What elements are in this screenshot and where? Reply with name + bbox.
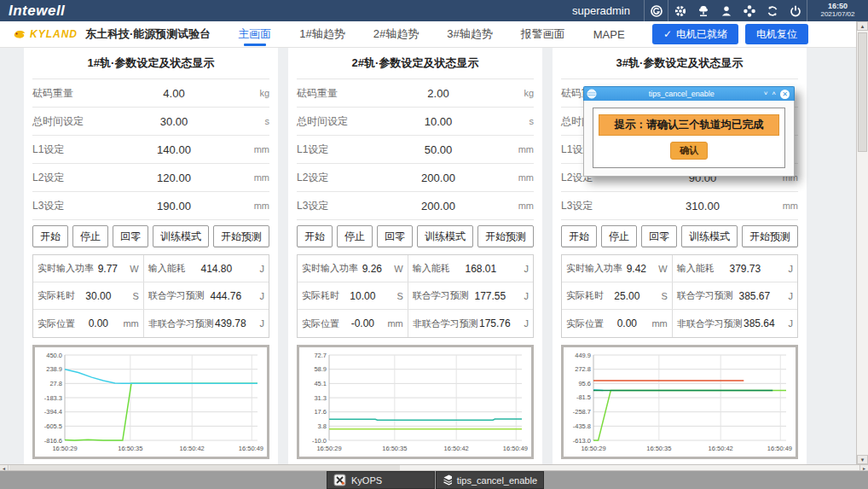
user-icon[interactable] <box>715 0 738 21</box>
gear-icon[interactable] <box>668 0 692 21</box>
g-circle-icon[interactable] <box>645 0 668 21</box>
minimize-icon[interactable]: ˅ <box>764 90 768 97</box>
total-time-label: 总时间设定 <box>297 114 372 129</box>
total-time-value-field[interactable]: 10.00 <box>372 115 505 128</box>
kyops-icon <box>333 474 346 486</box>
dialog-titlebar[interactable]: tips_cancel_enable ˅ ˄ ✕ <box>583 86 795 101</box>
tab-mape[interactable]: MAPE <box>593 21 625 48</box>
l2-value-field[interactable]: 200.00 <box>372 172 505 184</box>
dialog-title: tips_cancel_enable <box>599 90 764 98</box>
tab-axis2-trend[interactable]: 2#轴趋势 <box>373 21 419 48</box>
svg-text:17.6: 17.6 <box>314 408 327 416</box>
rail3-panel-title: 3#轨·参数设定及状态显示 <box>553 48 807 79</box>
os-taskbar: KyOPS tips_cancel_enable <box>0 471 868 489</box>
intewell-logo: Intewell <box>9 3 65 20</box>
username-label: superadmin <box>572 4 630 17</box>
svg-text:-183.3: -183.3 <box>44 394 62 402</box>
kyland-bird-icon <box>12 28 27 41</box>
svg-text:16:50:35: 16:50:35 <box>382 445 407 452</box>
motor-ready-button[interactable]: ✓ 电机已就绪 <box>652 24 738 44</box>
federated-prediction-cell: 联合学习预测 385.67 J <box>673 282 797 309</box>
svg-text:16:50:42: 16:50:42 <box>180 445 205 452</box>
scroll-up-icon[interactable]: ▴ <box>857 21 868 31</box>
train-mode-button[interactable]: 训练模式 <box>153 225 209 247</box>
param-row: 总时间设定 10.00 s <box>297 108 534 136</box>
l3-value-field[interactable]: 200.00 <box>372 200 505 212</box>
weight-unit: kg <box>240 88 269 98</box>
svg-text:-81.5: -81.5 <box>576 393 591 401</box>
stop-button[interactable]: 停止 <box>601 225 637 247</box>
clock: 16:50 2021/07/02 <box>807 0 868 21</box>
l1-value-field[interactable]: 140.00 <box>107 143 240 156</box>
stop-button[interactable]: 停止 <box>337 225 373 247</box>
total-time-value-field[interactable]: 30.00 <box>107 115 240 128</box>
motor-reset-button[interactable]: 电机复位 <box>745 24 808 44</box>
layers-icon <box>443 474 452 486</box>
network-icon[interactable] <box>692 0 715 21</box>
rollup-icon[interactable]: ˄ <box>772 90 776 97</box>
close-icon[interactable]: ✕ <box>780 90 790 99</box>
total-time-label: 总时间设定 <box>32 114 107 129</box>
weight-value-field[interactable]: 4.00 <box>107 87 240 100</box>
l3-unit: mm <box>240 201 269 211</box>
l2-value-field[interactable]: 120.00 <box>107 172 240 184</box>
return-zero-button[interactable]: 回零 <box>641 225 677 247</box>
scroll-right-icon[interactable]: ▸ <box>859 465 868 470</box>
vertical-scrollbar[interactable]: ▴ ▾ <box>856 21 868 464</box>
horizontal-scrollbar[interactable]: ◂ ▸ <box>0 464 868 471</box>
svg-text:-613.0: -613.0 <box>573 437 591 445</box>
apps-icon[interactable] <box>738 0 761 21</box>
app-title: 东土科技·能源预测试验台 <box>85 26 211 42</box>
svg-text:-435.8: -435.8 <box>573 422 591 430</box>
taskbar-item-kyops[interactable]: KyOPS <box>327 471 435 489</box>
l3-value-field[interactable]: 190.00 <box>107 200 240 212</box>
power-icon[interactable] <box>784 0 807 21</box>
svg-text:31.3: 31.3 <box>314 394 327 402</box>
l2-unit: mm <box>505 172 534 183</box>
tab-alarm-screen[interactable]: 报警画面 <box>521 21 565 48</box>
start-button[interactable]: 开始 <box>561 225 597 247</box>
app-navbar: KYLAND 东土科技·能源预测试验台 主画面 1#轴趋势 2#轴趋势 3#轴趋… <box>0 21 856 48</box>
confirm-button[interactable]: 确认 <box>670 142 708 160</box>
train-mode-button[interactable]: 训练模式 <box>681 225 738 247</box>
federated-prediction-cell: 联合学习预测 177.55 J <box>408 282 533 309</box>
tab-main-screen[interactable]: 主画面 <box>238 21 271 48</box>
total-time-unit: s <box>505 116 534 126</box>
horizontal-scroll-thumb[interactable] <box>9 465 400 470</box>
l3-label: L3设定 <box>561 199 636 213</box>
l1-value-field[interactable]: 50.00 <box>372 143 505 156</box>
scroll-left-icon[interactable]: ◂ <box>0 465 9 470</box>
train-mode-button[interactable]: 训练模式 <box>417 225 473 247</box>
check-icon: ✓ <box>663 28 672 40</box>
tab-axis1-trend[interactable]: 1#轴趋势 <box>299 21 344 48</box>
l2-unit: mm <box>240 172 269 183</box>
start-predict-button[interactable]: 开始预测 <box>477 225 534 247</box>
l3-value-field[interactable]: 310.00 <box>636 200 769 212</box>
motor-reset-label: 电机复位 <box>756 27 797 42</box>
stop-button[interactable]: 停止 <box>72 225 108 247</box>
rail2-trend-chart: 72.758.945.131.317.63.8-10.016:50:2916:5… <box>297 345 534 459</box>
start-predict-button[interactable]: 开始预测 <box>742 225 798 247</box>
weight-value-field[interactable]: 2.00 <box>372 87 505 100</box>
start-predict-button[interactable]: 开始预测 <box>213 225 269 247</box>
tab-axis3-trend[interactable]: 3#轴趋势 <box>447 21 492 48</box>
start-button[interactable]: 开始 <box>297 225 333 247</box>
svg-text:272.8: 272.8 <box>575 365 591 373</box>
rail1-panel: 1#轨·参数设定及状态显示 砝码重量 4.00 kg 总时间设定 30.00 s… <box>24 48 278 464</box>
return-zero-button[interactable]: 回零 <box>377 225 413 247</box>
sync-icon[interactable] <box>761 0 784 21</box>
system-topbar: Intewell superadmin 16:50 2021/07/02 <box>0 0 868 21</box>
param-row: L1设定 50.00 mm <box>297 136 534 164</box>
scroll-down-icon[interactable]: ▾ <box>857 455 868 464</box>
input-energy-cell: 输入能耗 168.01 J <box>408 255 533 282</box>
start-button[interactable]: 开始 <box>32 225 68 247</box>
svg-text:-10.0: -10.0 <box>312 437 327 445</box>
taskbar-item-tips[interactable]: tips_cancel_enable <box>436 471 544 489</box>
param-row: L2设定 120.00 mm <box>32 164 269 192</box>
svg-text:95.6: 95.6 <box>578 380 591 387</box>
return-zero-button[interactable]: 回零 <box>113 225 148 247</box>
rail3-trend-chart: 449.9272.895.6-81.5-258.7-435.8-613.016:… <box>561 345 798 459</box>
vertical-scroll-thumb[interactable] <box>858 32 867 152</box>
svg-text:16:50:29: 16:50:29 <box>52 445 77 452</box>
total-time-unit: s <box>240 116 269 126</box>
